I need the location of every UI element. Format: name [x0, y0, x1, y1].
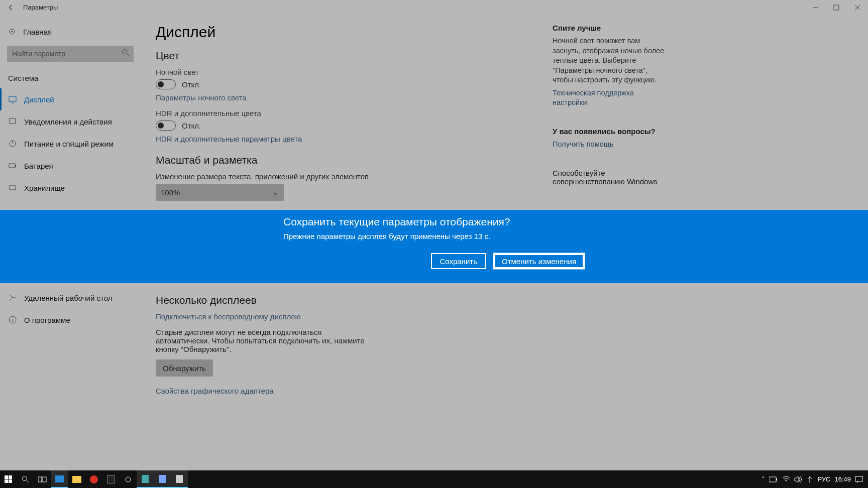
tray-time[interactable]: 16:49: [834, 475, 851, 483]
sidebar-item-notifications[interactable]: Уведомления и действия: [0, 110, 141, 133]
hdr-label: HDR и дополнительные цвета: [156, 109, 537, 117]
scale-value: 100%: [161, 188, 180, 197]
tech-support-link[interactable]: Техническая поддержка настройки: [553, 88, 666, 108]
scale-dropdown[interactable]: 100% ⌄: [156, 184, 284, 201]
home-nav[interactable]: Главная: [0, 21, 141, 43]
taskbar-app-3[interactable]: [137, 470, 154, 488]
tray-volume-icon[interactable]: [794, 476, 802, 483]
svg-rect-0: [834, 5, 839, 10]
svg-rect-21: [855, 476, 862, 481]
taskbar-app-1[interactable]: [51, 470, 68, 488]
tray-wifi-icon[interactable]: [782, 476, 790, 483]
info-icon: [8, 315, 17, 324]
category-header: Система: [0, 69, 141, 88]
display-icon: [8, 95, 17, 104]
system-tray[interactable]: ˄ РУС 16:49: [762, 475, 868, 483]
tray-battery-icon[interactable]: [769, 476, 778, 482]
svg-point-2: [12, 31, 13, 33]
hdr-settings-link[interactable]: HDR и дополнительные параметры цвета: [156, 135, 537, 143]
detect-button[interactable]: Обнаружить: [156, 359, 213, 377]
power-icon: [8, 139, 17, 148]
titlebar: Параметры: [0, 0, 868, 15]
night-light-settings-link[interactable]: Параметры ночного света: [156, 93, 537, 102]
battery-icon: [8, 161, 17, 170]
sidebar-item-remote-desktop[interactable]: Удаленный рабочий стол: [0, 287, 141, 309]
tray-lang[interactable]: РУС: [817, 475, 830, 483]
taskbar-settings[interactable]: [120, 470, 137, 488]
page-title: Дисплей: [156, 24, 537, 41]
night-light-state: Откл.: [182, 80, 201, 89]
svg-rect-12: [9, 475, 12, 479]
section-color: Цвет: [156, 50, 537, 62]
svg-rect-16: [38, 477, 42, 482]
gpu-properties-link[interactable]: Свойства графического адаптера: [156, 387, 537, 395]
home-label: Главная: [23, 28, 52, 36]
hdr-toggle[interactable]: [156, 120, 176, 131]
dialog-title: Сохранить текущие параметры отображения?: [283, 216, 585, 228]
close-button[interactable]: [847, 0, 868, 15]
window-title: Параметры: [23, 4, 58, 11]
svg-rect-5: [10, 118, 16, 124]
taskbar-opera[interactable]: [85, 470, 102, 488]
arrow-left-icon: [8, 4, 15, 11]
svg-rect-7: [9, 164, 15, 168]
sidebar-item-storage[interactable]: Хранилище: [0, 177, 141, 199]
notifications-icon: [8, 117, 17, 126]
tray-chevron-icon[interactable]: ˄: [762, 475, 765, 483]
taskbar-app-2[interactable]: [102, 470, 120, 488]
nav-label: Удаленный рабочий стол: [24, 294, 112, 302]
nav-label: О программе: [24, 316, 70, 324]
revert-button[interactable]: Отменить изменения: [493, 253, 585, 269]
night-light-toggle[interactable]: [156, 79, 176, 89]
svg-rect-14: [9, 479, 12, 483]
back-button[interactable]: [4, 1, 18, 15]
hdr-state: Откл.: [182, 121, 201, 130]
search-icon: [122, 49, 130, 57]
nav-label: Питание и спящий режим: [24, 140, 114, 148]
svg-rect-13: [5, 479, 8, 483]
sidebar-item-power[interactable]: Питание и спящий режим: [0, 133, 141, 155]
task-view[interactable]: [34, 470, 51, 488]
sidebar-item-battery[interactable]: Батарея: [0, 155, 141, 177]
old-displays-text: Старые дисплеи могут не всегда подключат…: [156, 328, 377, 353]
svg-point-15: [23, 476, 27, 480]
taskbar-app-4[interactable]: [154, 470, 171, 488]
search-taskbar[interactable]: [17, 470, 34, 488]
svg-rect-20: [776, 478, 777, 480]
svg-rect-4: [9, 96, 16, 101]
minimize-button[interactable]: [805, 0, 826, 15]
chevron-down-icon: ⌄: [272, 188, 279, 197]
nav-label: Хранилище: [24, 184, 65, 192]
start-button[interactable]: [0, 470, 17, 488]
svg-rect-17: [43, 477, 46, 482]
taskbar-explorer[interactable]: [68, 470, 85, 488]
tray-usb-icon[interactable]: [806, 475, 813, 483]
window-controls: [805, 0, 868, 15]
nav-label: Батарея: [24, 162, 53, 170]
svg-rect-19: [769, 477, 776, 482]
improve-header: Способствуйтесовершенствованию Windows: [553, 169, 666, 186]
connect-wireless-link[interactable]: Подключиться к беспроводному дисплею: [156, 312, 537, 321]
taskbar: ˄ РУС 16:49: [0, 470, 868, 488]
scale-label: Изменение размера текста, приложений и д…: [156, 172, 537, 181]
search-input[interactable]: [7, 46, 134, 62]
questions-header: У вас появились вопросы?: [553, 127, 666, 136]
confirm-display-dialog: Сохранить текущие параметры отображения?…: [0, 210, 868, 283]
dialog-message: Прежние параметры дисплея будут применен…: [283, 232, 585, 240]
save-button[interactable]: Сохранить: [431, 253, 486, 269]
nav-label: Уведомления и действия: [24, 117, 112, 126]
sidebar-item-about[interactable]: О программе: [0, 309, 141, 331]
tray-action-center-icon[interactable]: [855, 476, 863, 483]
sidebar-item-display[interactable]: Дисплей: [0, 88, 141, 110]
remote-icon: [8, 293, 17, 302]
night-light-label: Ночной свет: [156, 68, 537, 76]
get-help-link[interactable]: Получить помощь: [553, 140, 666, 150]
svg-point-18: [126, 477, 131, 482]
svg-rect-9: [10, 186, 16, 190]
maximize-button[interactable]: [826, 0, 847, 15]
svg-rect-11: [5, 475, 8, 479]
sleep-text: Ночной свет поможет вам заснуть, отображ…: [553, 36, 666, 85]
sleep-better-header: Спите лучше: [553, 24, 666, 32]
taskbar-app-5[interactable]: [171, 470, 188, 488]
search-wrap: [7, 46, 134, 62]
